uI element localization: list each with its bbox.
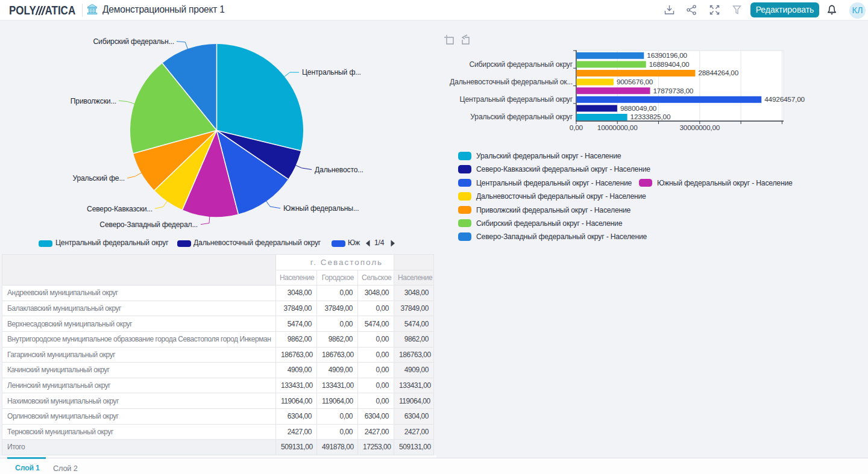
svg-text:16889404,00: 16889404,00	[649, 60, 690, 69]
svg-text:Сибирский федеральный округ: Сибирский федеральный округ	[469, 60, 573, 69]
svg-text:Уральский фе...: Уральский фе...	[72, 174, 125, 182]
svg-text:17879738,00: 17879738,00	[653, 87, 694, 95]
svg-text:Приволжски...: Приволжски...	[71, 97, 116, 105]
svg-text:0,00: 0,00	[570, 123, 583, 132]
svg-text:9880049,00: 9880049,00	[620, 104, 657, 113]
svg-text:Северо-Кавказски...: Северо-Кавказски...	[87, 205, 153, 213]
svg-text:Сибирский федеральн...: Сибирский федеральн...	[93, 37, 174, 46]
svg-text:Южный федеральны...: Южный федеральны...	[283, 204, 359, 213]
svg-text:30000000,00: 30000000,00	[679, 123, 720, 132]
svg-text:Центральный ф...: Центральный ф...	[302, 68, 361, 76]
svg-text:10000000,00: 10000000,00	[597, 123, 638, 132]
svg-text:Центральный федеральный округ: Центральный федеральный округ	[460, 95, 573, 104]
svg-text:Уральский федеральный округ: Уральский федеральный округ	[470, 113, 573, 121]
svg-text:Северо-Западный федерал...: Северо-Западный федерал...	[99, 220, 198, 229]
svg-text:12333825,00: 12333825,00	[631, 113, 671, 121]
svg-text:9005676,00: 9005676,00	[617, 78, 653, 86]
svg-text:44926457,00: 44926457,00	[764, 95, 805, 104]
svg-text:Дальневосточный федеральный ок: Дальневосточный федеральный ок...	[450, 78, 573, 86]
svg-text:Дальневосто...: Дальневосто...	[315, 166, 363, 174]
svg-text:28844264,00: 28844264,00	[698, 69, 738, 77]
svg-text:16390196,00: 16390196,00	[647, 51, 687, 60]
